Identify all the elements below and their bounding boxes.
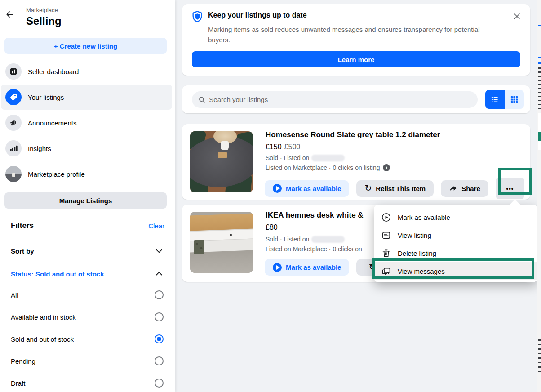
clear-filters-link[interactable]: Clear bbox=[148, 222, 164, 230]
listing-actions: Mark as available ↻ Relist This Item Sha… bbox=[265, 178, 524, 199]
trash-icon bbox=[381, 248, 391, 258]
chat-bubbles-icon bbox=[381, 266, 391, 276]
close-banner-button[interactable] bbox=[511, 11, 522, 22]
menu-item-delete-listing[interactable]: Delete listing bbox=[374, 244, 537, 262]
list-view-icon bbox=[491, 95, 499, 104]
bar-chart-icon bbox=[5, 140, 22, 156]
listing-photo-2[interactable] bbox=[190, 212, 253, 273]
sidebar-item-marketplace-profile[interactable]: Marketplace profile bbox=[1, 161, 172, 187]
share-button[interactable]: Share bbox=[441, 180, 488, 197]
sidebar-divider bbox=[0, 215, 167, 215]
breadcrumb: Marketplace bbox=[26, 7, 58, 13]
menu-item-view-messages[interactable]: View messages bbox=[374, 262, 537, 280]
radio-icon[interactable] bbox=[155, 379, 164, 388]
page-title: Selling bbox=[26, 15, 62, 27]
listing-status-line: Sold · Listed on bbox=[266, 154, 345, 161]
marketplace-selling-page: Marketplace Selling + Create new listing… bbox=[0, 0, 541, 392]
search-card bbox=[182, 85, 530, 113]
banner-description: Marking items as sold reduces unwanted m… bbox=[208, 24, 491, 45]
relist-this-item-button[interactable]: ↻ Relist This Item bbox=[356, 180, 434, 197]
dashboard-icon bbox=[5, 63, 22, 80]
sidebar: Marketplace Selling + Create new listing… bbox=[0, 0, 175, 392]
status-option-sold[interactable]: Sold and out of stock bbox=[11, 334, 164, 344]
megaphone-icon bbox=[5, 115, 22, 131]
radio-selected-icon[interactable] bbox=[155, 334, 164, 343]
ellipsis-icon: ••• bbox=[506, 185, 514, 192]
sidebar-item-seller-dashboard[interactable]: Seller dashboard bbox=[1, 59, 172, 84]
radio-icon[interactable] bbox=[155, 312, 164, 321]
radio-icon[interactable] bbox=[155, 356, 164, 365]
filters-title: Filters bbox=[11, 221, 34, 230]
sidebar-item-insights[interactable]: Insights bbox=[1, 136, 172, 161]
desk-photo bbox=[190, 212, 253, 273]
menu-item-view-listing[interactable]: View listing bbox=[374, 226, 537, 244]
status-option-available[interactable]: Available and in stock bbox=[11, 312, 164, 322]
listing-meta-line: Listed on Marketplace · 0 clicks on bbox=[266, 245, 362, 253]
redacted-date bbox=[311, 155, 345, 161]
menu-item-mark-as-available[interactable]: Mark as available bbox=[374, 208, 537, 226]
listing-status-line: Sold · Listed on bbox=[266, 236, 345, 243]
listing-meta-line: Listed on Marketplace · 0 clicks on list… bbox=[266, 164, 390, 171]
status-option-draft[interactable]: Draft bbox=[11, 378, 164, 388]
chevron-down-icon bbox=[155, 246, 164, 255]
share-icon bbox=[449, 184, 457, 193]
play-icon bbox=[273, 263, 282, 272]
listing-title[interactable]: Homesense Round Slate grey table 1.2 dia… bbox=[266, 130, 440, 139]
status-filter-section[interactable]: Status: Sold and out of stock bbox=[11, 268, 164, 279]
more-options-menu: Mark as available View listing Delete li… bbox=[374, 205, 537, 282]
table-photo bbox=[190, 131, 253, 192]
grid-view-icon bbox=[510, 95, 519, 104]
redacted-date bbox=[311, 236, 345, 243]
listings-banner: Keep your listings up to date Marking it… bbox=[182, 4, 530, 76]
search-icon bbox=[198, 96, 205, 103]
mark-as-available-button[interactable]: Mark as available bbox=[265, 259, 349, 276]
listing-actions: Mark as available ↻ bbox=[265, 259, 388, 276]
close-icon bbox=[513, 12, 521, 21]
search-input-wrapper bbox=[192, 91, 478, 108]
chevron-up-icon bbox=[155, 269, 164, 278]
main-content: Keep your listings up to date Marking it… bbox=[175, 0, 537, 392]
shield-icon bbox=[191, 10, 204, 23]
avatar bbox=[5, 166, 22, 182]
list-view-button[interactable] bbox=[485, 90, 505, 109]
info-icon[interactable]: i bbox=[383, 164, 390, 171]
play-circle-icon bbox=[381, 212, 391, 223]
listing-title[interactable]: IKEA hemnes desk white & bbox=[266, 211, 364, 220]
more-options-button[interactable]: ••• bbox=[496, 178, 524, 199]
search-input[interactable] bbox=[209, 96, 471, 103]
banner-title: Keep your listings up to date bbox=[208, 11, 307, 19]
listing-card-1[interactable]: Homesense Round Slate grey table 1.2 dia… bbox=[182, 124, 530, 200]
original-price: £500 bbox=[284, 143, 301, 151]
back-arrow-icon bbox=[5, 10, 14, 19]
learn-more-button[interactable]: Learn more bbox=[192, 51, 520, 67]
page-minimap-strip[interactable] bbox=[537, 0, 541, 392]
status-option-all[interactable]: All bbox=[11, 290, 164, 300]
relist-icon: ↻ bbox=[364, 184, 372, 192]
listing-photo-1[interactable] bbox=[190, 131, 253, 192]
document-icon bbox=[381, 230, 391, 241]
back-button[interactable] bbox=[5, 10, 15, 20]
radio-icon[interactable] bbox=[155, 290, 164, 299]
sidebar-item-your-listings[interactable]: Your listings bbox=[1, 85, 172, 110]
view-toggle bbox=[485, 90, 524, 109]
manage-listings-button[interactable]: Manage Listings bbox=[4, 192, 167, 209]
grid-view-button[interactable] bbox=[505, 90, 524, 109]
sidebar-item-announcements[interactable]: Announcements bbox=[1, 110, 172, 135]
listing-price: £80 bbox=[266, 223, 278, 232]
create-new-listing-button[interactable]: + Create new listing bbox=[4, 38, 167, 54]
tag-icon bbox=[5, 89, 22, 105]
mark-as-available-button[interactable]: Mark as available bbox=[265, 180, 349, 197]
status-option-pending[interactable]: Pending bbox=[11, 356, 164, 366]
listing-price: £150£500 bbox=[266, 143, 300, 151]
sort-by-section[interactable]: Sort by bbox=[11, 245, 164, 256]
play-icon bbox=[273, 184, 282, 193]
